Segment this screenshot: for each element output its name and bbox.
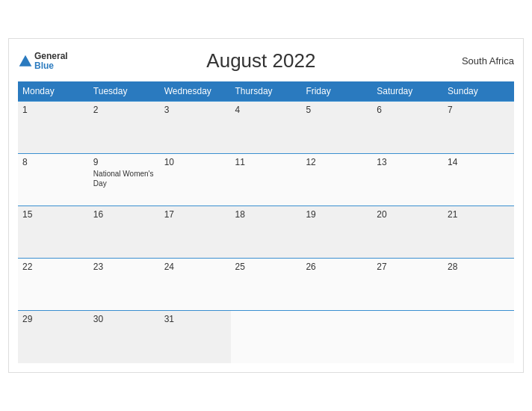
day-number: 29 — [22, 314, 84, 324]
day-cell — [301, 311, 372, 363]
day-number: 2 — [93, 105, 155, 115]
column-header-thursday: Thursday — [231, 81, 302, 102]
week-row-2: 89National Women's Day1011121314 — [18, 154, 514, 206]
day-number: 27 — [377, 262, 439, 272]
calendar-container: General Blue August 2022 South Africa Mo… — [8, 38, 524, 373]
day-number: 21 — [448, 209, 510, 220]
day-number: 26 — [306, 262, 368, 272]
day-number: 6 — [377, 105, 439, 115]
day-number: 7 — [448, 105, 510, 115]
day-cell: 21 — [443, 206, 514, 259]
day-number: 9 — [93, 157, 155, 167]
day-cell: 26 — [301, 259, 372, 311]
day-number: 28 — [448, 262, 510, 272]
day-number: 20 — [377, 209, 439, 220]
week-row-1: 1234567 — [18, 102, 514, 154]
day-cell: 15 — [18, 206, 89, 259]
day-number: 22 — [22, 262, 84, 272]
holiday-label: National Women's Day — [93, 169, 155, 188]
day-cell: 7 — [443, 102, 514, 154]
day-number: 16 — [93, 209, 155, 220]
column-header-wednesday: Wednesday — [160, 81, 231, 102]
day-number: 17 — [164, 209, 226, 220]
week-row-5: 293031 — [18, 311, 514, 363]
day-cell: 5 — [301, 102, 372, 154]
day-number: 25 — [235, 262, 297, 272]
logo-text: General Blue — [34, 52, 68, 71]
day-cell: 23 — [89, 259, 160, 311]
day-number: 19 — [306, 209, 368, 220]
day-cell: 16 — [89, 206, 160, 259]
day-cell: 29 — [18, 311, 89, 363]
logo: General Blue — [18, 52, 68, 71]
day-cell: 2 — [89, 102, 160, 154]
column-header-tuesday: Tuesday — [89, 81, 160, 102]
day-cell — [443, 311, 514, 363]
day-number: 23 — [93, 262, 155, 272]
day-number: 30 — [93, 314, 155, 324]
day-number: 5 — [306, 105, 368, 115]
day-cell: 27 — [372, 259, 443, 311]
day-cell: 9National Women's Day — [89, 154, 160, 206]
day-number: 18 — [235, 209, 297, 220]
day-number: 1 — [22, 105, 84, 115]
day-cell: 17 — [160, 206, 231, 259]
day-number: 8 — [22, 157, 84, 167]
day-cell: 13 — [372, 154, 443, 206]
day-cell: 14 — [443, 154, 514, 206]
column-header-friday: Friday — [301, 81, 372, 102]
day-number: 4 — [235, 105, 297, 115]
day-cell: 22 — [18, 259, 89, 311]
logo-general-text: General — [34, 52, 68, 61]
day-cell: 12 — [301, 154, 372, 206]
day-cell: 4 — [231, 102, 302, 154]
header-row: MondayTuesdayWednesdayThursdayFridaySatu… — [18, 81, 514, 102]
column-header-monday: Monday — [18, 81, 89, 102]
day-number: 14 — [448, 157, 510, 167]
day-number: 13 — [377, 157, 439, 167]
day-cell: 25 — [231, 259, 302, 311]
day-cell: 1 — [18, 102, 89, 154]
day-cell: 19 — [301, 206, 372, 259]
day-cell — [231, 311, 302, 363]
day-cell: 10 — [160, 154, 231, 206]
week-row-3: 15161718192021 — [18, 206, 514, 259]
logo-blue-text: Blue — [34, 61, 68, 71]
calendar-header: General Blue August 2022 South Africa — [18, 46, 514, 75]
calendar-country: South Africa — [454, 55, 514, 67]
day-cell: 3 — [160, 102, 231, 154]
day-cell: 8 — [18, 154, 89, 206]
day-number: 31 — [164, 314, 226, 324]
day-cell: 18 — [231, 206, 302, 259]
column-header-saturday: Saturday — [372, 81, 443, 102]
day-cell: 30 — [89, 311, 160, 363]
logo-icon — [18, 54, 33, 69]
day-cell — [372, 311, 443, 363]
day-number: 11 — [235, 157, 297, 167]
calendar-title: August 2022 — [68, 49, 454, 72]
day-number: 15 — [22, 209, 84, 220]
column-header-sunday: Sunday — [443, 81, 514, 102]
day-cell: 11 — [231, 154, 302, 206]
day-number: 3 — [164, 105, 226, 115]
day-number: 12 — [306, 157, 368, 167]
week-row-4: 22232425262728 — [18, 259, 514, 311]
day-cell: 31 — [160, 311, 231, 363]
day-cell: 28 — [443, 259, 514, 311]
day-cell: 24 — [160, 259, 231, 311]
day-number: 10 — [164, 157, 226, 167]
svg-marker-0 — [19, 55, 32, 66]
day-cell: 20 — [372, 206, 443, 259]
day-number: 24 — [164, 262, 226, 272]
day-cell: 6 — [372, 102, 443, 154]
calendar-grid: MondayTuesdayWednesdayThursdayFridaySatu… — [18, 81, 514, 363]
